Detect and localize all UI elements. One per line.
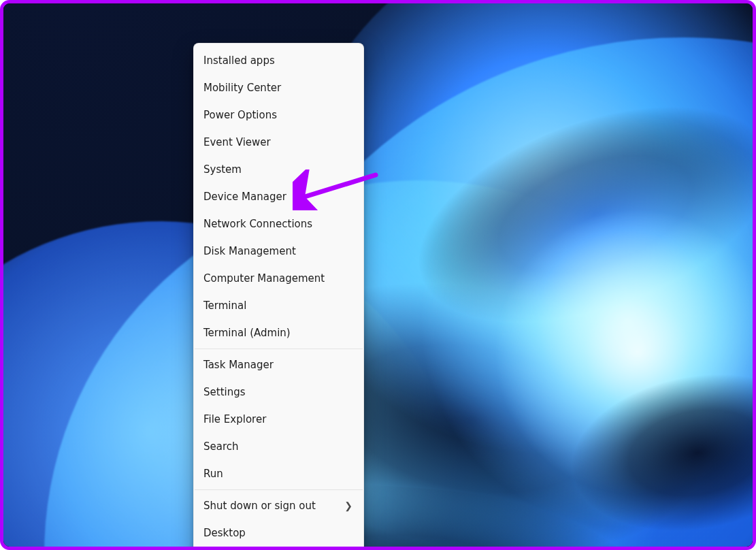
menu-item-label: System bbox=[203, 163, 352, 176]
menu-item-label: Computer Management bbox=[203, 272, 352, 285]
menu-item-label: Disk Management bbox=[203, 245, 352, 257]
menu-item-installed-apps[interactable]: Installed apps bbox=[194, 47, 363, 74]
menu-item-label: Mobility Center bbox=[203, 82, 352, 94]
menu-item-label: Task Manager bbox=[203, 359, 352, 371]
menu-item-network-connections[interactable]: Network Connections bbox=[194, 210, 363, 238]
menu-item-label: Network Connections bbox=[203, 218, 352, 230]
menu-item-mobility-center[interactable]: Mobility Center bbox=[194, 74, 363, 101]
menu-item-task-manager[interactable]: Task Manager bbox=[194, 351, 363, 378]
menu-item-label: Desktop bbox=[203, 527, 352, 539]
menu-item-computer-management[interactable]: Computer Management bbox=[194, 265, 363, 292]
menu-item-desktop[interactable]: Desktop bbox=[194, 519, 363, 547]
menu-item-label: File Explorer bbox=[203, 413, 352, 425]
menu-item-label: Installed apps bbox=[203, 54, 352, 67]
menu-separator bbox=[195, 349, 363, 349]
menu-item-event-viewer[interactable]: Event Viewer bbox=[194, 129, 363, 156]
menu-item-label: Search bbox=[203, 440, 352, 453]
menu-item-label: Shut down or sign out bbox=[203, 500, 339, 512]
menu-item-label: Event Viewer bbox=[203, 136, 352, 148]
menu-item-run[interactable]: Run bbox=[194, 460, 363, 487]
menu-item-file-explorer[interactable]: File Explorer bbox=[194, 406, 363, 433]
menu-item-label: Settings bbox=[203, 386, 352, 398]
menu-item-shut-down-or-sign-out[interactable]: Shut down or sign out❯ bbox=[194, 492, 363, 519]
menu-item-power-options[interactable]: Power Options bbox=[194, 101, 363, 129]
menu-item-search[interactable]: Search bbox=[194, 433, 363, 460]
menu-item-label: Terminal (Admin) bbox=[203, 327, 352, 339]
menu-item-system[interactable]: System bbox=[194, 156, 363, 183]
menu-item-terminal[interactable]: Terminal bbox=[194, 292, 363, 319]
menu-item-disk-management[interactable]: Disk Management bbox=[194, 238, 363, 265]
menu-item-label: Power Options bbox=[203, 109, 352, 121]
screenshot-frame: Installed appsMobility CenterPower Optio… bbox=[0, 0, 756, 550]
winx-context-menu: Installed appsMobility CenterPower Optio… bbox=[193, 43, 364, 550]
chevron-right-icon: ❯ bbox=[344, 501, 352, 511]
menu-item-settings[interactable]: Settings bbox=[194, 378, 363, 406]
menu-item-label: Run bbox=[203, 468, 352, 480]
menu-item-label: Terminal bbox=[203, 300, 352, 312]
menu-item-device-manager[interactable]: Device Manager bbox=[194, 183, 363, 210]
menu-item-terminal-admin[interactable]: Terminal (Admin) bbox=[194, 319, 363, 346]
desktop-wallpaper bbox=[3, 3, 753, 547]
menu-item-label: Device Manager bbox=[203, 191, 352, 203]
menu-separator bbox=[195, 489, 363, 490]
